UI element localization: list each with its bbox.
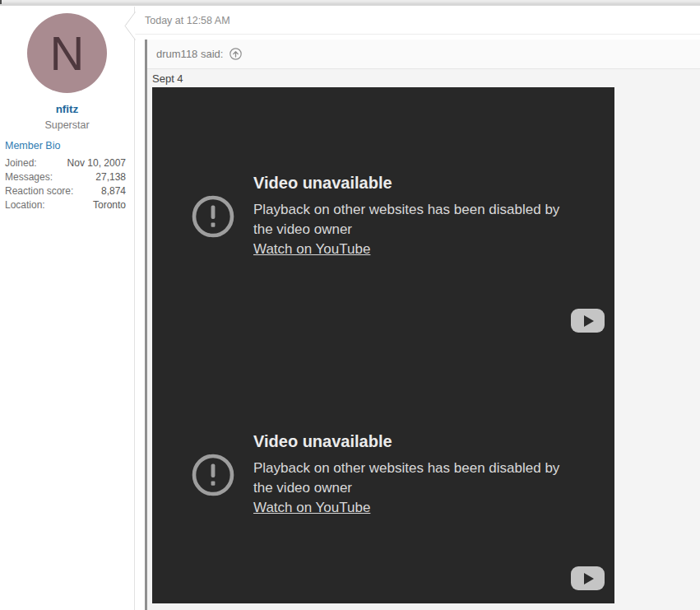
user-info-sidebar: N nfitz Superstar Member Bio Joined: Nov… xyxy=(0,7,134,610)
field-label: Joined: xyxy=(5,157,37,169)
quote-block: drum118 said: Sept 4 xyxy=(145,40,700,610)
username-link[interactable]: nfitz xyxy=(0,103,134,115)
avatar[interactable]: N xyxy=(27,13,107,93)
member-bio-link[interactable]: Member Bio xyxy=(5,140,134,151)
youtube-play-icon[interactable] xyxy=(571,566,605,590)
video-error-title: Video unavailable xyxy=(253,432,559,451)
field-value: Toronto xyxy=(93,199,126,211)
forum-post: N nfitz Superstar Member Bio Joined: Nov… xyxy=(0,7,700,610)
youtube-embed-1: Video unavailable Playback on other webs… xyxy=(152,87,614,346)
video-error-message-line: the video owner xyxy=(253,220,559,240)
exclamation-circle-icon xyxy=(192,454,234,496)
user-field-messages: Messages: 27,138 xyxy=(0,170,134,184)
youtube-play-icon[interactable] xyxy=(571,309,605,333)
quote-body: Sept 4 Video unavailable P xyxy=(147,69,700,610)
field-value: Nov 10, 2007 xyxy=(67,157,126,169)
field-label: Messages: xyxy=(5,171,53,183)
field-value: 8,874 xyxy=(101,185,126,197)
user-field-reaction-score: Reaction score: 8,874 xyxy=(0,184,134,198)
post-header: Today at 12:58 AM xyxy=(135,7,700,35)
video-error-message-line: Playback on other websites has been disa… xyxy=(253,200,559,220)
arrow-up-circle-icon[interactable] xyxy=(229,48,242,60)
video-error-title: Video unavailable xyxy=(253,174,559,193)
video-embeds: Video unavailable Playback on other webs… xyxy=(152,87,614,603)
field-label: Reaction score: xyxy=(5,185,73,197)
user-title: Superstar xyxy=(0,119,134,131)
watch-on-youtube-link[interactable]: Watch on YouTube xyxy=(253,498,370,518)
video-error-panel: Video unavailable Playback on other webs… xyxy=(192,432,559,518)
scroll-edge-mark xyxy=(0,0,2,4)
user-field-joined: Joined: Nov 10, 2007 xyxy=(0,156,134,170)
watch-on-youtube-link[interactable]: Watch on YouTube xyxy=(253,240,370,259)
video-error-message-line: the video owner xyxy=(253,478,559,498)
play-triangle xyxy=(584,573,594,584)
video-error-message-line: Playback on other websites has been disa… xyxy=(253,459,559,478)
previous-post-divider xyxy=(0,0,700,7)
quote-attribution[interactable]: drum118 said: xyxy=(156,48,223,60)
video-error-panel: Video unavailable Playback on other webs… xyxy=(192,174,559,259)
user-field-location: Location: Toronto xyxy=(0,198,134,212)
field-value: 27,138 xyxy=(95,171,126,183)
video-error-text: Video unavailable Playback on other webs… xyxy=(253,174,559,259)
exclamation-circle-icon xyxy=(192,195,234,238)
quote-text: Sept 4 xyxy=(152,72,700,86)
message-bubble-arrow xyxy=(124,12,136,40)
post-timestamp[interactable]: Today at 12:58 AM xyxy=(145,15,230,26)
quote-header[interactable]: drum118 said: xyxy=(147,40,700,69)
youtube-embed-2: Video unavailable Playback on other webs… xyxy=(152,346,614,603)
video-error-text: Video unavailable Playback on other webs… xyxy=(253,432,559,518)
post-content: Today at 12:58 AM drum118 said: Sept 4 xyxy=(134,7,700,610)
field-label: Location: xyxy=(5,199,45,211)
play-triangle xyxy=(584,315,594,327)
